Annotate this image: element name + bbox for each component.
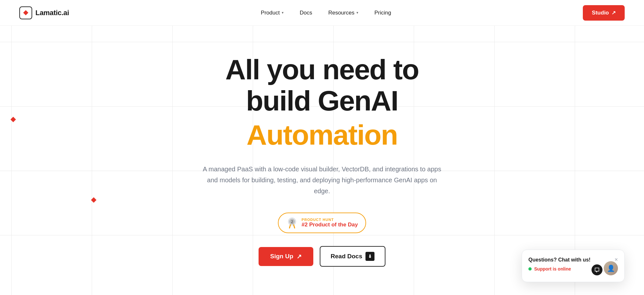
studio-arrow-icon: ↗ xyxy=(611,10,616,16)
read-docs-button[interactable]: Read Docs ⬇ xyxy=(320,246,385,267)
svg-line-4 xyxy=(294,225,295,228)
read-docs-label: Read Docs xyxy=(331,253,362,260)
signup-label: Sign Up xyxy=(270,253,293,260)
nav-item-resources[interactable]: Resources ▾ xyxy=(328,10,358,16)
status-text: Support is online xyxy=(534,266,571,271)
nav-pricing-label: Pricing xyxy=(374,10,391,16)
studio-label: Studio xyxy=(592,10,609,16)
logo-icon xyxy=(19,6,32,19)
svg-line-3 xyxy=(289,225,290,228)
chevron-down-icon-2: ▾ xyxy=(356,11,358,15)
product-hunt-badge[interactable]: 2 PRODUCT HUNT #2 Product of the Day xyxy=(278,213,366,233)
hero-cta-group: Sign Up ↗ Read Docs ⬇ xyxy=(190,246,454,267)
ph-badge-content: PRODUCT HUNT #2 Product of the Day xyxy=(302,218,358,228)
avatar-image: 👤 xyxy=(604,261,618,275)
nav-item-product[interactable]: Product ▾ xyxy=(261,10,284,16)
status-online-dot xyxy=(528,267,532,271)
diamond-decoration-2 xyxy=(91,197,97,203)
nav-menu: Product ▾ Docs Resources ▾ Pricing xyxy=(261,10,391,16)
hero-content: All you need to build GenAI Automation A… xyxy=(177,54,467,267)
diamond-decoration-1 xyxy=(11,117,16,122)
chat-title: Questions? Chat with us! xyxy=(528,257,591,263)
chat-icon-button[interactable] xyxy=(592,264,602,275)
ph-title: #2 Product of the Day xyxy=(302,222,358,228)
signup-button[interactable]: Sign Up ↗ xyxy=(259,247,313,266)
nav-docs-label: Docs xyxy=(300,10,312,16)
logo-link[interactable]: Lamatic.ai xyxy=(19,6,69,19)
hero-title-line2: Automation xyxy=(190,119,454,151)
svg-text:2: 2 xyxy=(291,220,293,224)
ph-label: PRODUCT HUNT xyxy=(302,218,358,222)
chat-widget: Questions? Chat with us! × Support is on… xyxy=(522,250,625,282)
studio-button[interactable]: Studio ↗ xyxy=(583,5,625,21)
nav-product-label: Product xyxy=(261,10,280,16)
logo-text: Lamatic.ai xyxy=(35,9,69,17)
nav-resources-label: Resources xyxy=(328,10,354,16)
avatar: 👤 xyxy=(604,261,618,275)
logo-diamond xyxy=(23,10,28,15)
navbar-actions: Studio ↗ xyxy=(583,5,625,21)
hero-title-line1: All you need to build GenAI xyxy=(190,54,454,117)
chat-close-button[interactable]: × xyxy=(614,256,618,263)
chat-header: Questions? Chat with us! × xyxy=(528,256,618,263)
hero-subtitle: A managed PaaS with a low-code visual bu… xyxy=(200,164,444,196)
download-icon: ⬇ xyxy=(365,252,374,261)
navbar: Lamatic.ai Product ▾ Docs Resources ▾ Pr… xyxy=(0,0,644,26)
chevron-down-icon: ▾ xyxy=(282,11,284,15)
ph-medal-icon: 2 xyxy=(286,217,298,229)
signup-arrow-icon: ↗ xyxy=(297,253,302,260)
nav-item-pricing[interactable]: Pricing xyxy=(374,10,391,16)
nav-item-docs[interactable]: Docs xyxy=(300,10,312,16)
